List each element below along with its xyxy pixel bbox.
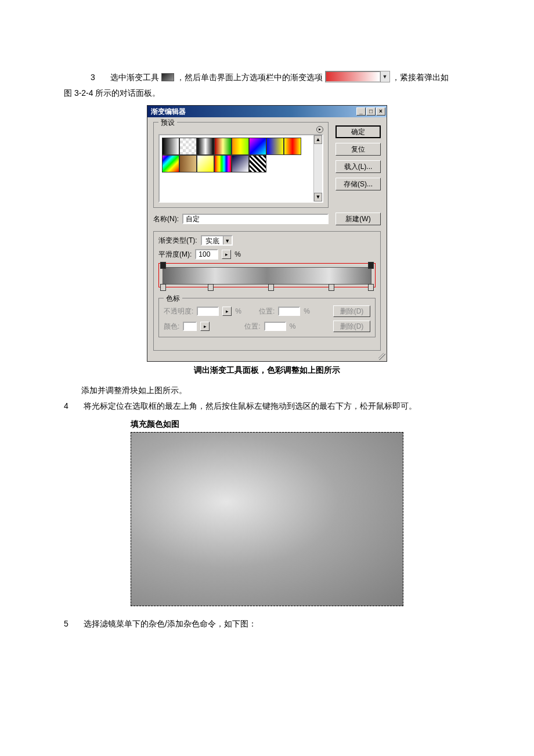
preset-swatch[interactable]: [162, 138, 179, 155]
dialog-titlebar[interactable]: 渐变编辑器 _ □ ×: [147, 106, 387, 117]
opacity-label: 不透明度:: [164, 307, 193, 316]
preset-swatch[interactable]: [179, 155, 197, 172]
after-caption-text: 添加并调整滑块如上图所示。: [64, 383, 470, 398]
filled-selection-figure: [131, 432, 403, 606]
presets-scrollbar[interactable]: ▲ ▼: [313, 135, 322, 201]
position-label-2: 位置:: [244, 322, 260, 332]
color-label: 颜色:: [164, 322, 179, 332]
preset-swatch[interactable]: [249, 155, 266, 172]
smoothness-stepper-icon[interactable]: ▸: [222, 250, 231, 259]
dropdown-arrow-icon[interactable]: ▼: [380, 71, 389, 82]
scroll-down-icon[interactable]: ▼: [314, 193, 322, 201]
stops-legend: 色标: [164, 294, 182, 304]
gradient-type-select[interactable]: 实底 ▼: [201, 235, 233, 246]
gradient-tool-icon: [161, 73, 174, 81]
presets-list[interactable]: ▲ ▼: [158, 134, 323, 203]
delete-color-stop-button[interactable]: 删除(D): [333, 321, 370, 332]
minimize-button[interactable]: _: [356, 107, 366, 116]
presets-flyout-icon[interactable]: ▸: [316, 126, 323, 133]
gradient-ramp-editor[interactable]: [158, 263, 376, 287]
gradient-type-label: 渐变类型(T):: [158, 236, 197, 246]
step-3-number: 3: [91, 70, 108, 85]
step-3-line2: 图 3-2-4 所示的对话面板。: [64, 85, 470, 101]
delete-opacity-stop-button[interactable]: 删除(D): [333, 305, 370, 317]
preset-swatch[interactable]: [162, 155, 179, 172]
dialog-title: 渐变编辑器: [151, 107, 186, 117]
preset-swatch[interactable]: [214, 138, 232, 155]
color-picker-icon[interactable]: ▸: [200, 322, 210, 331]
step-3-text-a: 选中渐变工具: [110, 73, 159, 82]
fill-figure-title: 填充颜色如图: [131, 419, 403, 430]
opacity-input[interactable]: [197, 307, 219, 316]
name-label: 名称(N):: [153, 214, 179, 224]
preset-swatch[interactable]: [284, 138, 301, 155]
gradient-ramp[interactable]: [163, 267, 371, 285]
position-label-1: 位置:: [259, 307, 275, 316]
ok-button[interactable]: 确定: [335, 125, 381, 138]
opacity-stop[interactable]: [160, 262, 166, 269]
color-stop[interactable]: [208, 284, 214, 291]
step-5-text: 选择滤镜菜单下的杂色/添加杂色命令，如下图：: [84, 619, 257, 628]
preset-swatch[interactable]: [179, 138, 197, 155]
step-3-text-b: ，然后单击界面上方选项栏中的渐变选项: [176, 73, 323, 82]
color-stop[interactable]: [160, 284, 166, 291]
close-button[interactable]: ×: [376, 107, 385, 116]
maximize-button[interactable]: □: [366, 107, 376, 116]
opacity-stepper-icon[interactable]: ▸: [222, 307, 232, 316]
load-button[interactable]: 载入(L)...: [335, 160, 381, 173]
opacity-stop[interactable]: [368, 262, 374, 269]
step-5-paragraph: 5 选择滤镜菜单下的杂色/添加杂色命令，如下图：: [64, 616, 470, 632]
presets-legend: 预设: [158, 118, 177, 128]
preset-swatch[interactable]: [249, 138, 266, 155]
step-4-paragraph: 4 将光标定位在选取框的最左上角，然后按住鼠标左键拖动到选区的最右下方，松开鼠标…: [64, 398, 470, 414]
gradient-preview-icon: [326, 71, 380, 82]
save-button[interactable]: 存储(S)...: [335, 178, 381, 190]
preset-swatch[interactable]: [214, 155, 232, 172]
figure-caption-1: 调出渐变工具面板，色彩调整如上图所示: [64, 365, 470, 376]
step-3-text-c: ，紧接着弹出如: [392, 73, 449, 82]
color-stop[interactable]: [368, 284, 374, 291]
color-stop[interactable]: [329, 284, 334, 291]
step-3-paragraph: 3 选中渐变工具 ，然后单击界面上方选项栏中的渐变选项 ▼ ，紧接着弹出如: [64, 70, 470, 85]
step-5-number: 5: [64, 616, 81, 632]
resize-grip-icon[interactable]: [378, 353, 385, 360]
new-button[interactable]: 新建(W): [335, 213, 381, 225]
smoothness-input[interactable]: [195, 249, 218, 260]
preset-swatch[interactable]: [197, 155, 214, 172]
color-position-input[interactable]: [264, 322, 286, 331]
preset-swatch[interactable]: [197, 138, 214, 155]
gradient-name-input[interactable]: [182, 214, 329, 224]
smoothness-label: 平滑度(M):: [158, 250, 192, 260]
gradient-option-swatch[interactable]: ▼: [325, 71, 390, 82]
gradient-editor-dialog: 渐变编辑器 _ □ × 确定 复位 载入(L)... 存储(S)...: [147, 105, 387, 362]
step-4-text: 将光标定位在选取框的最左上角，然后按住鼠标左键拖动到选区的最右下方，松开鼠标即可…: [84, 401, 417, 411]
preset-swatch[interactable]: [232, 138, 249, 155]
reset-button[interactable]: 复位: [335, 143, 381, 156]
step-4-number: 4: [64, 398, 81, 414]
preset-swatch[interactable]: [266, 138, 284, 155]
smoothness-unit: %: [234, 250, 241, 258]
scroll-up-icon[interactable]: ▲: [314, 135, 322, 144]
color-swatch-input[interactable]: [183, 322, 197, 331]
chevron-down-icon[interactable]: ▼: [223, 236, 232, 244]
opacity-position-input[interactable]: [278, 307, 300, 316]
preset-swatch[interactable]: [232, 155, 249, 172]
color-stop[interactable]: [268, 284, 274, 291]
